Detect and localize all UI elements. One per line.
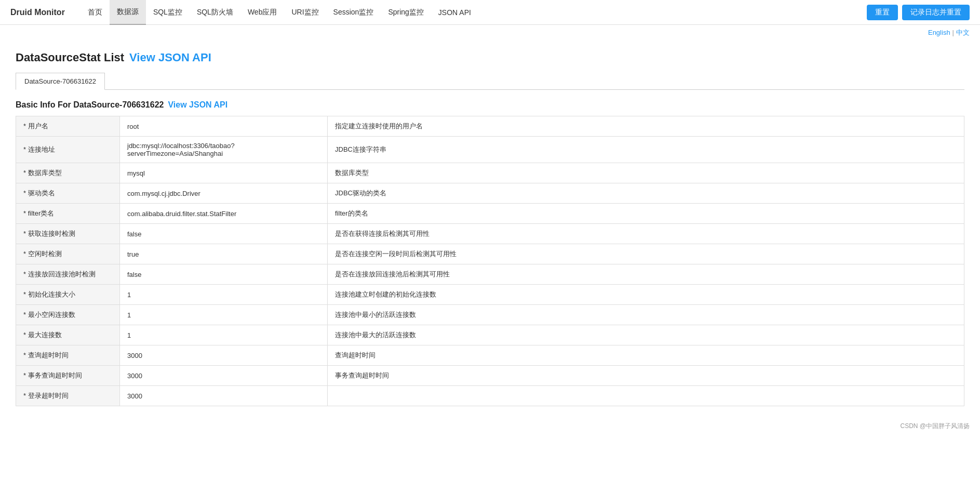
row-value-13: 3000 bbox=[120, 386, 328, 406]
tabs: DataSource-706631622 bbox=[16, 73, 964, 90]
navbar: Druid Monitor 首页数据源SQL监控SQL防火墙Web应用URI监控… bbox=[0, 0, 980, 25]
table-row: * 驱动类名com.mysql.cj.jdbc.DriverJDBC驱动的类名 bbox=[16, 183, 964, 204]
lang-chinese[interactable]: 中文 bbox=[956, 29, 970, 36]
row-value-7: false bbox=[120, 264, 328, 285]
content: DataSourceStat List View JSON API DataSo… bbox=[0, 41, 980, 417]
nav-item-JSON API[interactable]: JSON API bbox=[431, 0, 478, 25]
lang-bar: English|中文 bbox=[0, 25, 980, 41]
lang-sep: | bbox=[952, 29, 954, 36]
row-desc-1: JDBC连接字符串 bbox=[328, 137, 964, 163]
row-desc-0: 指定建立连接时使用的用户名 bbox=[328, 116, 964, 137]
row-desc-2: 数据库类型 bbox=[328, 163, 964, 183]
row-value-6: true bbox=[120, 244, 328, 264]
row-label-10: * 最大连接数 bbox=[16, 325, 120, 345]
lang-english[interactable]: English bbox=[928, 29, 950, 36]
info-table: * 用户名root指定建立连接时使用的用户名* 连接地址jdbc:mysql:/… bbox=[16, 116, 964, 406]
nav-item-首页[interactable]: 首页 bbox=[80, 0, 110, 25]
table-row: * 用户名root指定建立连接时使用的用户名 bbox=[16, 116, 964, 137]
table-row: * 最小空闲连接数1连接池中最小的活跃连接数 bbox=[16, 305, 964, 325]
row-label-7: * 连接放回连接池时检测 bbox=[16, 264, 120, 285]
row-desc-8: 连接池建立时创建的初始化连接数 bbox=[328, 285, 964, 305]
table-row: * 事务查询超时时间3000事务查询超时时间 bbox=[16, 366, 964, 386]
row-label-8: * 初始化连接大小 bbox=[16, 285, 120, 305]
table-row: * 获取连接时检测false是否在获得连接后检测其可用性 bbox=[16, 224, 964, 244]
page-title: DataSourceStat List bbox=[16, 51, 124, 64]
row-value-1: jdbc:mysql://localhost:3306/taobao?serve… bbox=[120, 137, 328, 163]
page-title-area: DataSourceStat List View JSON API bbox=[16, 51, 964, 64]
nav-item-数据源[interactable]: 数据源 bbox=[110, 0, 146, 25]
tab-datasource[interactable]: DataSource-706631622 bbox=[16, 73, 105, 90]
row-label-0: * 用户名 bbox=[16, 116, 120, 137]
row-label-3: * 驱动类名 bbox=[16, 183, 120, 204]
row-value-8: 1 bbox=[120, 285, 328, 305]
brand: Druid Monitor bbox=[10, 8, 65, 17]
page-view-api-link[interactable]: View JSON API bbox=[129, 51, 211, 64]
nav-item-SQL防火墙[interactable]: SQL防火墙 bbox=[190, 0, 240, 25]
row-desc-9: 连接池中最小的活跃连接数 bbox=[328, 305, 964, 325]
row-value-5: false bbox=[120, 224, 328, 244]
row-desc-13 bbox=[328, 386, 964, 406]
row-desc-6: 是否在连接空闲一段时间后检测其可用性 bbox=[328, 244, 964, 264]
footer: CSDN @中国胖子风清扬 bbox=[0, 417, 980, 436]
row-value-3: com.mysql.cj.jdbc.Driver bbox=[120, 183, 328, 204]
row-value-12: 3000 bbox=[120, 366, 328, 386]
section-view-api-link[interactable]: View JSON API bbox=[168, 100, 227, 110]
nav-item-Session监控[interactable]: Session监控 bbox=[326, 0, 381, 25]
table-row: * 查询超时时间3000查询超时时间 bbox=[16, 345, 964, 366]
row-value-2: mysql bbox=[120, 163, 328, 183]
table-row: * 连接地址jdbc:mysql://localhost:3306/taobao… bbox=[16, 137, 964, 163]
section-title-area: Basic Info For DataSource-706631622 View… bbox=[16, 100, 964, 110]
nav-item-SQL监控[interactable]: SQL监控 bbox=[146, 0, 190, 25]
row-desc-5: 是否在获得连接后检测其可用性 bbox=[328, 224, 964, 244]
row-desc-3: JDBC驱动的类名 bbox=[328, 183, 964, 204]
row-desc-12: 事务查询超时时间 bbox=[328, 366, 964, 386]
row-label-1: * 连接地址 bbox=[16, 137, 120, 163]
nav-item-Spring监控[interactable]: Spring监控 bbox=[381, 0, 431, 25]
nav-buttons: 重置 记录日志并重置 bbox=[867, 5, 970, 20]
table-row: * 登录超时时间3000 bbox=[16, 386, 964, 406]
row-label-6: * 空闲时检测 bbox=[16, 244, 120, 264]
table-row: * 最大连接数1连接池中最大的活跃连接数 bbox=[16, 325, 964, 345]
row-value-11: 3000 bbox=[120, 345, 328, 366]
section-title: Basic Info For DataSource-706631622 bbox=[16, 100, 164, 110]
row-label-12: * 事务查询超时时间 bbox=[16, 366, 120, 386]
table-row: * filter类名com.alibaba.druid.filter.stat.… bbox=[16, 204, 964, 224]
reset-button[interactable]: 重置 bbox=[867, 5, 898, 20]
row-label-2: * 数据库类型 bbox=[16, 163, 120, 183]
row-desc-10: 连接池中最大的活跃连接数 bbox=[328, 325, 964, 345]
row-desc-11: 查询超时时间 bbox=[328, 345, 964, 366]
row-desc-7: 是否在连接放回连接池后检测其可用性 bbox=[328, 264, 964, 285]
nav-items: 首页数据源SQL监控SQL防火墙Web应用URI监控Session监控Sprin… bbox=[80, 0, 867, 25]
row-label-5: * 获取连接时检测 bbox=[16, 224, 120, 244]
row-value-4: com.alibaba.druid.filter.stat.StatFilter bbox=[120, 204, 328, 224]
table-row: * 连接放回连接池时检测false是否在连接放回连接池后检测其可用性 bbox=[16, 264, 964, 285]
nav-item-URI监控[interactable]: URI监控 bbox=[284, 0, 326, 25]
nav-item-Web应用[interactable]: Web应用 bbox=[240, 0, 285, 25]
row-label-4: * filter类名 bbox=[16, 204, 120, 224]
row-label-13: * 登录超时时间 bbox=[16, 386, 120, 406]
row-label-11: * 查询超时时间 bbox=[16, 345, 120, 366]
row-value-0: root bbox=[120, 116, 328, 137]
row-value-9: 1 bbox=[120, 305, 328, 325]
table-row: * 空闲时检测true是否在连接空闲一段时间后检测其可用性 bbox=[16, 244, 964, 264]
table-row: * 数据库类型mysql数据库类型 bbox=[16, 163, 964, 183]
table-row: * 初始化连接大小1连接池建立时创建的初始化连接数 bbox=[16, 285, 964, 305]
row-value-10: 1 bbox=[120, 325, 328, 345]
row-label-9: * 最小空闲连接数 bbox=[16, 305, 120, 325]
reset-log-button[interactable]: 记录日志并重置 bbox=[902, 5, 970, 20]
row-desc-4: filter的类名 bbox=[328, 204, 964, 224]
